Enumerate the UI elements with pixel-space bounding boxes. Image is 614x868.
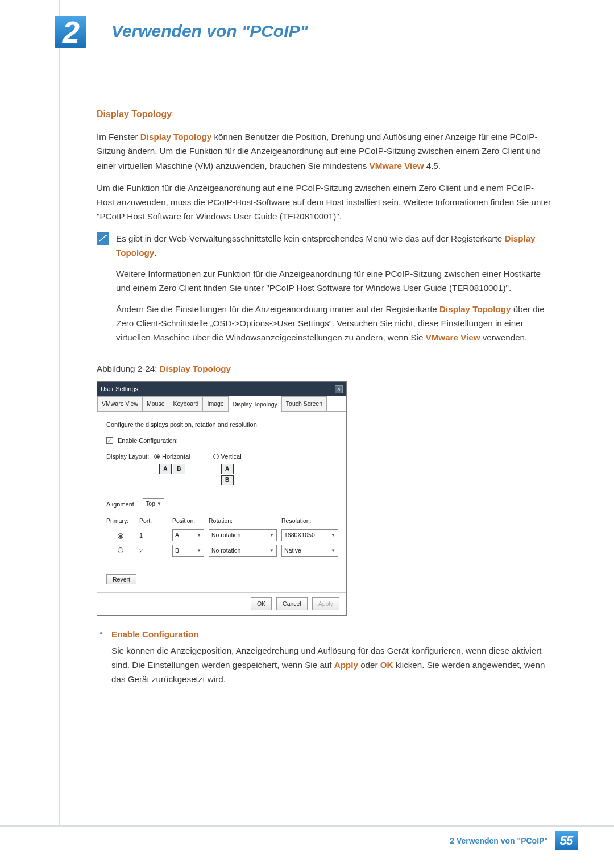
primary-radio-2[interactable] <box>118 547 123 553</box>
display-box-a-v: A <box>221 464 234 474</box>
header-resolution: Resolution: <box>281 516 338 526</box>
display-table-row-2: 2 B▼ No rotation▼ Native▼ <box>106 545 337 556</box>
note3-term-topology: Display Topology <box>439 304 511 314</box>
page-number: 55 <box>555 831 578 850</box>
enable-config-checkbox[interactable]: ✓ <box>106 437 113 444</box>
figure-prefix: Abbildung 2-24: <box>97 364 160 373</box>
chevron-down-icon: ▼ <box>157 500 161 508</box>
footer-right: 2 Verwenden von "PCoIP" 55 <box>450 831 578 850</box>
content-area: Display Topology Im Fenster Display Topo… <box>97 107 551 690</box>
bullet-term-apply: Apply <box>334 660 358 670</box>
alignment-value: Top <box>146 499 155 509</box>
layout-vertical-option: Vertical A B <box>213 451 242 485</box>
horizontal-preview: A B <box>159 464 185 474</box>
position-select-2[interactable]: B▼ <box>172 545 204 556</box>
tab-vmware-view[interactable]: VMware View <box>97 396 143 411</box>
port-2: 2 <box>139 546 168 556</box>
bullet-heading: Enable Configuration <box>111 627 551 641</box>
resolution-select-1[interactable]: 1680X1050▼ <box>281 529 338 541</box>
note-para-1: Es gibt in der Web-Verwaltungsschnittste… <box>116 231 551 260</box>
header-position: Position: <box>172 516 204 526</box>
bullet-enable-configuration: Enable Configuration Sie können die Anze… <box>100 627 551 686</box>
config-description: Configure the displays position, rotatio… <box>106 420 337 430</box>
note3-a: Ändern Sie die Einstellungen für die Anz… <box>116 304 439 314</box>
tab-image[interactable]: Image <box>202 396 228 411</box>
bullet-body: Enable Configuration Sie können die Anze… <box>111 627 551 686</box>
position-select-1[interactable]: A▼ <box>172 529 204 541</box>
p1-text-e: 4.5. <box>424 161 441 171</box>
page-footer: 2 Verwenden von "PCoIP" 55 <box>0 825 614 854</box>
chevron-down-icon: ▼ <box>269 531 274 539</box>
bullet-text: Sie können die Anzeigeposition, Anzeiged… <box>111 643 551 686</box>
section-heading: Display Topology <box>97 107 551 122</box>
chapter-number-badge: 2 <box>55 16 86 48</box>
tab-touch-screen[interactable]: Touch Screen <box>281 396 327 411</box>
alignment-row: Alignment: Top▼ <box>106 498 337 510</box>
note1-c: . <box>154 248 156 258</box>
header-port: Port: <box>139 516 168 526</box>
chevron-down-icon: ▼ <box>269 547 274 554</box>
tab-keyboard[interactable]: Keyboard <box>169 396 204 411</box>
cancel-button[interactable]: Cancel <box>276 597 308 610</box>
layout-horizontal-radio[interactable] <box>154 454 160 459</box>
sidebar-divider <box>59 0 60 825</box>
port-1: 1 <box>139 530 168 541</box>
note3-term-vmware: VMware View <box>426 333 480 342</box>
figure-name: Display Topology <box>160 364 231 373</box>
dialog-titlebar: User Settings × <box>97 382 346 396</box>
display-box-a: A <box>159 464 172 474</box>
header-rotation: Rotation: <box>209 516 277 526</box>
display-box-b: B <box>173 464 185 474</box>
display-table-row-1: 1 A▼ No rotation▼ 1680X1050▼ <box>106 529 337 541</box>
tab-display-topology[interactable]: Display Topology <box>228 397 282 412</box>
dialog-title-text: User Settings <box>101 384 138 394</box>
enable-config-label: Enable Configuration: <box>118 435 178 446</box>
bullet-term-ok: OK <box>380 660 393 670</box>
note-para-2: Weitere Informationen zur Funktion für d… <box>116 267 551 295</box>
vertical-preview: A B <box>221 464 234 485</box>
rotation-select-2[interactable]: No rotation▼ <box>209 545 277 556</box>
p1-text-a: Im Fenster <box>97 132 140 142</box>
primary-radio-1[interactable] <box>118 533 123 539</box>
tab-mouse[interactable]: Mouse <box>142 396 169 411</box>
display-box-b-v: B <box>221 475 234 485</box>
chevron-down-icon: ▼ <box>197 531 201 539</box>
layout-vertical-radio[interactable] <box>213 454 219 459</box>
bullet-icon <box>100 632 102 634</box>
alignment-select[interactable]: Top▼ <box>143 498 164 510</box>
alignment-label: Alignment: <box>106 499 138 509</box>
user-settings-dialog: User Settings × VMware View Mouse Keyboa… <box>97 381 347 616</box>
chevron-down-icon: ▼ <box>331 531 335 539</box>
rotation-select-1[interactable]: No rotation▼ <box>209 529 277 541</box>
apply-button[interactable]: Apply <box>312 597 339 610</box>
revert-button[interactable]: Revert <box>106 574 136 584</box>
note1-a: Es gibt in der Web-Verwaltungsschnittste… <box>116 234 505 243</box>
chevron-down-icon: ▼ <box>331 547 335 554</box>
dialog-body: Configure the displays position, rotatio… <box>97 412 346 592</box>
display-table-header: Primary: Port: Position: Rotation: Resol… <box>106 516 337 526</box>
note-body: Es gibt in der Web-Verwaltungsschnittste… <box>116 231 551 352</box>
footer-chapter-label: 2 Verwenden von "PCoIP" <box>450 836 548 845</box>
layout-vertical-label: Vertical <box>221 451 242 462</box>
layout-horizontal-option: Horizontal A B <box>154 451 190 474</box>
header-primary: Primary: <box>106 516 135 526</box>
chevron-down-icon: ▼ <box>197 547 201 554</box>
ok-button[interactable]: OK <box>251 597 272 610</box>
display-layout-row: Display Layout: Horizontal A B Vertical … <box>106 451 337 492</box>
chapter-title: Verwenden von "PCoIP" <box>111 22 308 41</box>
note3-e: verwenden. <box>480 333 528 342</box>
enable-config-row: ✓ Enable Configuration: <box>106 435 337 446</box>
display-layout-label: Display Layout: <box>106 451 150 462</box>
note-icon <box>97 232 109 245</box>
paragraph-2: Um die Funktion für die Anzeigeanordnung… <box>97 181 551 223</box>
p1-term-display-topology: Display Topology <box>140 132 211 142</box>
note-para-3: Ändern Sie die Einstellungen für die Anz… <box>116 302 551 344</box>
layout-horizontal-label: Horizontal <box>162 451 190 462</box>
p1-term-vmware-view: VMware View <box>370 161 424 171</box>
note-block: Es gibt in der Web-Verwaltungsschnittste… <box>97 231 551 352</box>
resolution-select-2[interactable]: Native▼ <box>281 545 338 556</box>
paragraph-1: Im Fenster Display Topology können Benut… <box>97 130 551 172</box>
close-icon[interactable]: × <box>335 385 343 393</box>
figure-caption: Abbildung 2-24: Display Topology <box>97 362 551 376</box>
dialog-tabs: VMware View Mouse Keyboard Image Display… <box>97 396 346 412</box>
